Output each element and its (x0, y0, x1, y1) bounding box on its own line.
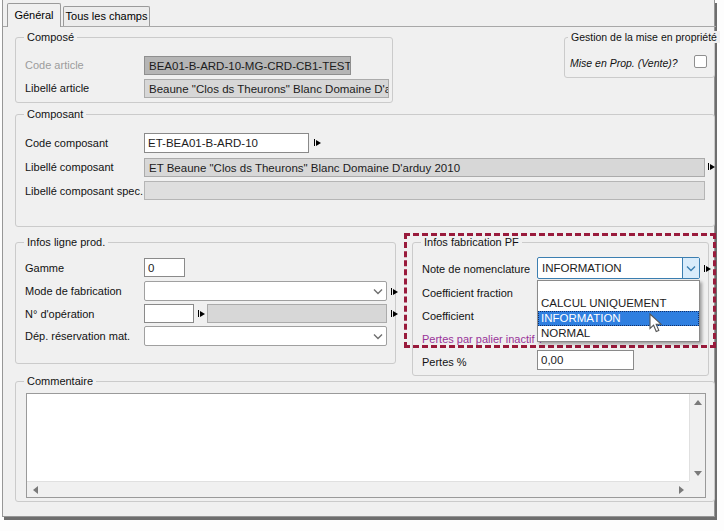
dialog-window: Général Tous les champs Composé Code art… (2, 0, 715, 517)
group-composant-legend: Composant (24, 108, 86, 120)
dropdown-option-information[interactable]: INFORMATION (538, 311, 699, 326)
code-composant-label: Code composant (25, 137, 108, 149)
horizontal-scrollbar[interactable] (27, 481, 689, 497)
pertes-pct-input[interactable] (537, 350, 634, 370)
mode-fabrication-label: Mode de fabrication (25, 285, 122, 297)
chevron-down-icon[interactable] (682, 258, 699, 278)
num-operation-label: N° d'opération (25, 308, 95, 320)
tab-tous-les-champs[interactable]: Tous les champs (63, 6, 150, 26)
num-operation-slide-arrow-icon[interactable] (198, 310, 205, 317)
libelle-composant-spec-field (144, 181, 705, 200)
chevron-down-icon[interactable] (369, 282, 386, 300)
commentaire-textarea[interactable] (27, 394, 689, 481)
code-article-label: Code article (25, 59, 84, 71)
group-compose-legend: Composé (24, 31, 77, 43)
coefficient-fraction-label: Coefficient fraction (422, 287, 513, 299)
note-nomenclature-combobox[interactable]: INFORMATION (537, 257, 700, 279)
scroll-down-button[interactable] (690, 465, 706, 481)
group-infos-ligne-legend: Infos ligne prod. (24, 236, 108, 248)
note-nomenclature-label: Note de nomenclature (422, 263, 530, 275)
chevron-down-icon[interactable] (369, 327, 386, 345)
note-nomenclature-value: INFORMATION (542, 262, 622, 274)
libelle-composant-slide-arrow-icon[interactable] (708, 163, 715, 170)
arrow-right-icon (679, 486, 684, 494)
mise-en-prop-checkbox[interactable] (694, 55, 707, 68)
commentaire-box (26, 393, 706, 498)
scrollbar-corner (689, 481, 705, 497)
dep-reservation-combobox[interactable] (144, 326, 387, 346)
dropdown-option-normal[interactable]: NORMAL (538, 326, 699, 341)
vertical-scrollbar[interactable] (689, 394, 705, 481)
group-gestion-legend: Gestion de la mise en propriété (568, 31, 720, 43)
dep-reservation-label: Dép. réservation mat. (25, 330, 130, 342)
libelle-composant-field: ET Beaune "Clos ds Theurons" Blanc Domai… (144, 158, 705, 177)
note-nomenclature-slide-arrow-icon[interactable] (704, 265, 711, 272)
note-nomenclature-dropdown-list: CALCUL UNIQUEMENT INFORMATION NORMAL (537, 280, 700, 342)
arrow-down-icon (694, 471, 702, 476)
tab-page-border (3, 26, 716, 27)
mode-fabrication-combobox[interactable] (144, 281, 387, 301)
code-composant-slide-arrow-icon[interactable] (314, 139, 321, 146)
num-operation-input[interactable] (144, 304, 194, 323)
libelle-article-label: Libellé article (25, 82, 89, 94)
num-operation-desc-field (207, 304, 387, 323)
code-article-field: BEA01-B-ARD-10-MG-CRD-CB1-TEST (144, 56, 351, 75)
tab-general[interactable]: Général (7, 3, 61, 27)
libelle-article-field: Beaune "Clos ds Theurons" Blanc Domaine … (144, 79, 389, 98)
scroll-right-button[interactable] (673, 482, 689, 498)
num-operation-desc-slide-arrow-icon[interactable] (391, 310, 398, 317)
pertes-pct-label: Pertes % (422, 356, 467, 368)
libelle-composant-spec-label: Libellé composant spec. (25, 185, 143, 197)
pertes-par-palier-label: Pertes par palier inactif ? (422, 333, 544, 345)
gamme-input[interactable] (144, 258, 185, 277)
gamme-label: Gamme (25, 262, 64, 274)
arrow-up-icon (694, 400, 702, 405)
arrow-left-icon (33, 486, 38, 494)
mise-en-prop-label: Mise en Prop. (Vente)? (570, 57, 678, 69)
scroll-up-button[interactable] (690, 394, 706, 410)
libelle-composant-label: Libellé composant (25, 161, 114, 173)
group-commentaire-legend: Commentaire (24, 375, 96, 387)
scroll-left-button[interactable] (27, 482, 43, 498)
code-composant-input[interactable] (144, 133, 309, 153)
dropdown-option-empty[interactable] (538, 281, 699, 296)
dropdown-option-calcul-uniquement[interactable]: CALCUL UNIQUEMENT (538, 296, 699, 311)
group-infos-fab-legend: Infos fabrication PF (421, 236, 522, 248)
mode-fabrication-slide-arrow-icon[interactable] (391, 288, 398, 295)
coefficient-label: Coefficient (422, 310, 474, 322)
